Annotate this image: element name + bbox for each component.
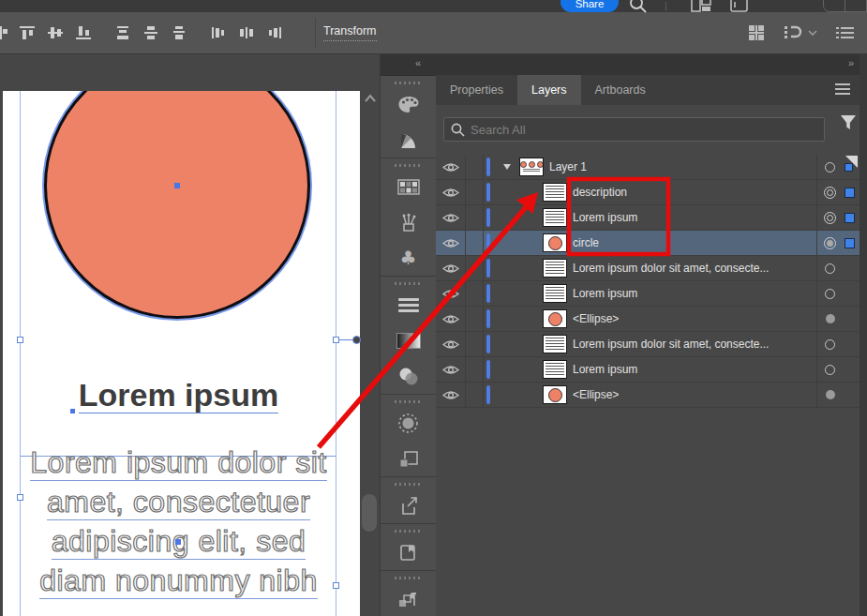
layer-row[interactable]: <Ellipse>	[436, 307, 860, 332]
share-button[interactable]: Share	[561, 0, 619, 12]
circle-center-handle[interactable]	[174, 183, 180, 188]
export-icon[interactable]	[381, 488, 436, 523]
distribute-vertical-center-icon[interactable]	[143, 25, 159, 40]
layer-thumbnail[interactable]	[543, 259, 567, 278]
heading-anchor-handle[interactable]	[70, 409, 75, 413]
align-top-icon[interactable]	[20, 25, 36, 40]
expand-panel-icon[interactable]: »	[848, 57, 854, 68]
heading-text[interactable]: Lorem ipsum	[21, 376, 336, 413]
lock-cell[interactable]	[466, 383, 484, 407]
layer-thumbnail[interactable]	[543, 309, 567, 328]
search-icon[interactable]	[628, 0, 650, 13]
layer-thumbnail[interactable]	[519, 158, 544, 176]
target-indicator[interactable]	[824, 237, 836, 249]
paragraph-anchor-handle[interactable]	[175, 539, 181, 545]
filter-icon[interactable]	[839, 113, 858, 131]
target-indicator[interactable]	[824, 161, 836, 173]
workspace-icon[interactable]	[691, 0, 712, 12]
selection-handle[interactable]	[17, 337, 23, 343]
align-bottom-icon[interactable]	[76, 25, 92, 40]
canvas-area[interactable]: Lorem ipsum Lorem ipsum dolor sit amet, …	[0, 53, 380, 616]
layer-thumbnail[interactable]	[543, 335, 567, 353]
layer-row[interactable]: Lorem ipsum	[436, 357, 860, 383]
dock-drag-handle[interactable]	[395, 483, 423, 486]
dock-drag-handle[interactable]	[395, 400, 423, 403]
selection-handle[interactable]	[333, 582, 339, 589]
pixel-grid-icon[interactable]	[748, 24, 765, 41]
target-indicator[interactable]	[824, 212, 836, 224]
target-indicator[interactable]	[824, 338, 836, 351]
lock-cell[interactable]	[466, 332, 484, 356]
gradient-icon[interactable]	[381, 323, 436, 358]
layer-name[interactable]: Layer 1	[549, 160, 816, 173]
window-controls[interactable]	[823, 0, 867, 12]
selection-square[interactable]	[845, 188, 855, 198]
stroke-icon[interactable]	[381, 287, 436, 323]
paragraph-line[interactable]: Lorem ipsum dolor sit	[21, 443, 336, 481]
chevron-down-icon[interactable]	[808, 30, 817, 37]
appearance-icon[interactable]	[381, 405, 436, 441]
lock-cell[interactable]	[466, 205, 484, 230]
visibility-toggle[interactable]	[436, 231, 466, 255]
transform-link[interactable]: Transform	[323, 24, 377, 41]
collapse-dock-icon[interactable]: «	[415, 57, 421, 68]
selection-handle[interactable]	[333, 337, 339, 343]
dock-drag-handle[interactable]	[395, 282, 423, 285]
layer-name[interactable]: circle	[573, 236, 816, 249]
shape-options-icon[interactable]	[784, 24, 804, 41]
layer-row[interactable]: Lorem ipsum	[436, 205, 860, 231]
align-left-partial-icon[interactable]	[0, 25, 7, 40]
lock-cell[interactable]	[466, 357, 484, 382]
target-indicator[interactable]	[824, 263, 836, 275]
layer-row[interactable]: Lorem ipsum dolor sit amet, consecte...	[436, 332, 860, 357]
layer-row[interactable]: circle	[436, 231, 860, 256]
distribute-top-icon[interactable]	[115, 25, 131, 40]
lock-cell[interactable]	[466, 155, 484, 179]
paragraph-line[interactable]: amet, consectetuer	[21, 483, 336, 520]
selection-handle[interactable]	[17, 494, 23, 501]
visibility-toggle[interactable]	[436, 383, 466, 407]
selection-square[interactable]	[845, 213, 855, 223]
scroll-up-icon[interactable]	[364, 94, 377, 103]
target-indicator[interactable]	[824, 288, 836, 300]
layer-thumbnail[interactable]	[543, 385, 567, 404]
lock-cell[interactable]	[466, 231, 484, 255]
rotate-handle[interactable]	[352, 336, 361, 344]
visibility-toggle[interactable]	[436, 281, 466, 306]
visibility-toggle[interactable]	[436, 180, 466, 204]
dock-drag-handle[interactable]	[395, 530, 423, 533]
distribute-left-icon[interactable]	[211, 25, 227, 40]
layer-row[interactable]: Lorem ipsum	[436, 281, 860, 307]
distribute-right-icon[interactable]	[267, 25, 283, 40]
lock-cell[interactable]	[466, 256, 484, 280]
layer-thumbnail[interactable]	[543, 233, 567, 252]
lock-cell[interactable]	[466, 281, 484, 306]
target-indicator[interactable]	[824, 187, 836, 199]
symbols-icon[interactable]: ♣	[381, 240, 436, 276]
visibility-toggle[interactable]	[436, 332, 466, 356]
target-indicator[interactable]	[824, 364, 836, 376]
circle-shape[interactable]	[44, 91, 310, 319]
target-indicator[interactable]	[824, 389, 836, 401]
color-guide-icon[interactable]	[381, 122, 436, 158]
layer-name[interactable]: description	[573, 186, 816, 199]
layer-row[interactable]: <Ellipse>	[436, 383, 860, 408]
layer-thumbnail[interactable]	[543, 360, 567, 379]
layer-row[interactable]: Layer 1	[436, 155, 860, 180]
brushes-icon[interactable]	[381, 204, 436, 240]
swatches-icon[interactable]	[381, 169, 436, 204]
dock-drag-handle[interactable]	[395, 82, 423, 84]
layer-name[interactable]: Lorem ipsum dolor sit amet, consecte...	[573, 338, 816, 351]
canvas-scrollbar-thumb[interactable]	[362, 494, 377, 532]
layer-row[interactable]: description	[436, 180, 860, 205]
list-menu-icon[interactable]	[836, 26, 854, 40]
distribute-horizontal-center-icon[interactable]	[239, 25, 255, 40]
panel-menu-icon[interactable]	[835, 83, 850, 96]
expand-chevron-icon[interactable]	[503, 164, 511, 170]
visibility-toggle[interactable]	[436, 357, 466, 382]
artboard[interactable]: Lorem ipsum Lorem ipsum dolor sit amet, …	[3, 91, 360, 616]
paragraph-line[interactable]: diam nonummy nibh	[21, 562, 336, 599]
css-properties-icon[interactable]	[381, 581, 436, 616]
layer-row[interactable]: Lorem ipsum dolor sit amet, consecte...	[436, 256, 860, 281]
layer-thumbnail[interactable]	[543, 183, 567, 202]
